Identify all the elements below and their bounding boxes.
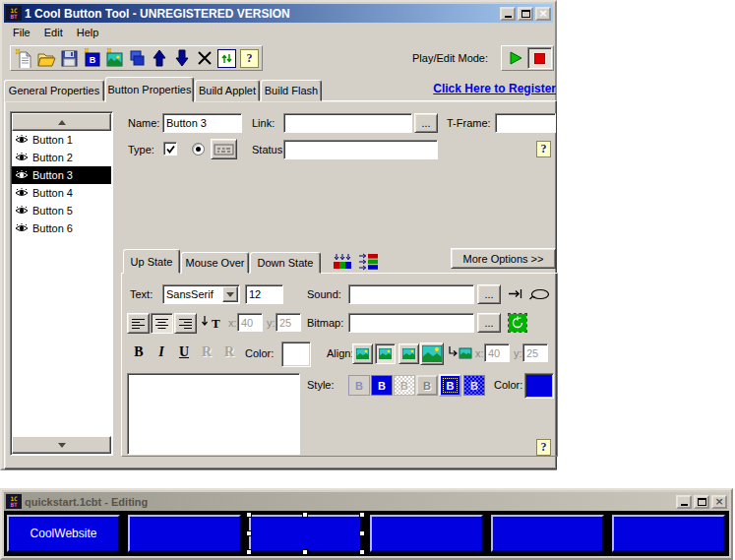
- font-select-arrow-button[interactable]: [222, 286, 238, 302]
- bitmap-stretch-button[interactable]: [420, 342, 444, 365]
- style-solid-button[interactable]: B: [371, 375, 393, 396]
- register-link[interactable]: Click Here to Register: [393, 82, 556, 95]
- play-button[interactable]: [503, 47, 527, 69]
- text-position-button[interactable]: T: [201, 315, 222, 331]
- open-file-button[interactable]: [34, 47, 57, 69]
- tab-down-state[interactable]: Down State: [250, 252, 321, 274]
- move-down-button[interactable]: [170, 47, 193, 69]
- bitmap-input[interactable]: [348, 313, 474, 333]
- text-align-left-button[interactable]: [127, 313, 150, 334]
- selection-handle[interactable]: [302, 549, 308, 555]
- duplicate-button-button[interactable]: [125, 47, 148, 69]
- type-checkbox[interactable]: [163, 142, 177, 156]
- status-input[interactable]: [283, 140, 438, 159]
- font-select[interactable]: SansSerif: [162, 284, 240, 304]
- sound-loop-button[interactable]: [529, 288, 550, 301]
- copy-state-across-button[interactable]: [358, 253, 380, 271]
- bitmap-align-center-button[interactable]: [375, 343, 396, 364]
- style-dither-blue-button[interactable]: B: [463, 375, 485, 396]
- bitmap-rotate-button[interactable]: [509, 314, 526, 332]
- sound-input[interactable]: [348, 284, 474, 304]
- save-button[interactable]: [57, 47, 80, 69]
- relief-b-button[interactable]: R: [219, 343, 239, 361]
- bitmap-browse-button[interactable]: ...: [477, 313, 501, 333]
- bitmap-align-right-button[interactable]: [398, 343, 419, 364]
- minimize-button[interactable]: [500, 7, 516, 21]
- type-radio[interactable]: [192, 143, 205, 156]
- menu-help[interactable]: Help: [70, 25, 106, 40]
- preview-button-3-selected[interactable]: [249, 515, 362, 552]
- tab-general-properties[interactable]: General Properties: [4, 80, 104, 101]
- tframe-input[interactable]: [495, 113, 556, 133]
- style-dither-light-button[interactable]: B: [394, 375, 415, 396]
- add-image-button[interactable]: [102, 47, 125, 69]
- state-help-button[interactable]: ?: [536, 439, 551, 456]
- tab-build-applet[interactable]: Build Applet: [195, 80, 260, 101]
- new-file-button[interactable]: [12, 47, 34, 69]
- selection-handle[interactable]: [359, 530, 365, 536]
- text-align-right-button[interactable]: [174, 313, 197, 334]
- list-item-button4[interactable]: Button 4: [12, 184, 111, 202]
- preview-button-5[interactable]: [491, 515, 604, 552]
- preview-button-4[interactable]: [370, 515, 483, 552]
- editor-titlebar[interactable]: 1C BT quickstart.1cbt - Editing ×: [4, 492, 729, 511]
- preview-button-6[interactable]: [612, 515, 725, 552]
- preview-button-2[interactable]: [128, 515, 241, 552]
- list-scroll-up-button[interactable]: [12, 113, 111, 131]
- link-browse-button[interactable]: ...: [414, 113, 438, 133]
- tab-button-properties[interactable]: Button Properties: [105, 77, 194, 102]
- style-selected-button[interactable]: B: [439, 374, 461, 397]
- tab-build-flash[interactable]: Build Flash: [261, 80, 322, 101]
- text-color-swatch[interactable]: [281, 342, 311, 367]
- add-button-button[interactable]: B: [80, 47, 102, 69]
- type-pushbutton-button[interactable]: [211, 139, 237, 159]
- bitmap-align-left-button[interactable]: [352, 343, 373, 364]
- preview-button-1[interactable]: CoolWebsite: [7, 515, 120, 552]
- underline-button[interactable]: U: [174, 343, 194, 361]
- list-item-button3-selected[interactable]: Button 3: [12, 166, 111, 184]
- tab-up-state[interactable]: Up State: [123, 249, 180, 274]
- selection-handle[interactable]: [359, 512, 365, 518]
- font-size-input[interactable]: [245, 284, 283, 304]
- close-button[interactable]: ×: [711, 495, 727, 509]
- menu-file[interactable]: File: [6, 25, 37, 40]
- more-options-button[interactable]: More Options >>: [451, 248, 556, 269]
- selection-handle[interactable]: [302, 512, 308, 518]
- style-flat-button[interactable]: B: [348, 375, 370, 396]
- bold-button[interactable]: B: [129, 343, 149, 361]
- style-embossed-button[interactable]: B: [416, 375, 438, 396]
- delete-button[interactable]: [193, 47, 215, 69]
- minimize-button[interactable]: [676, 495, 692, 509]
- stop-button[interactable]: [527, 47, 552, 69]
- selection-handle[interactable]: [246, 549, 252, 555]
- move-up-button[interactable]: [148, 47, 170, 69]
- close-button[interactable]: ×: [535, 7, 551, 21]
- button-text-area[interactable]: [127, 373, 300, 455]
- list-item-button2[interactable]: Button 2: [12, 149, 111, 166]
- name-input[interactable]: [162, 113, 242, 133]
- selection-handle[interactable]: [359, 549, 365, 555]
- bitmap-wrap-button[interactable]: [447, 345, 472, 360]
- sound-browse-button[interactable]: ...: [477, 284, 501, 304]
- list-item-button1[interactable]: Button 1: [12, 131, 111, 149]
- relief-a-button[interactable]: R: [197, 343, 216, 361]
- maximize-button[interactable]: [518, 7, 533, 21]
- italic-button[interactable]: I: [152, 343, 171, 361]
- list-item-button6[interactable]: Button 6: [12, 219, 111, 237]
- text-align-center-button[interactable]: [151, 313, 173, 334]
- menu-edit[interactable]: Edit: [37, 25, 70, 40]
- preview-button[interactable]: [215, 47, 238, 69]
- form-help-button[interactable]: ?: [536, 141, 551, 157]
- toolbar-help-button[interactable]: ?: [238, 47, 261, 69]
- list-scroll-down-button[interactable]: [12, 436, 111, 454]
- tab-mouse-over[interactable]: Mouse Over: [181, 252, 249, 274]
- selection-handle[interactable]: [246, 512, 252, 518]
- main-titlebar[interactable]: 1C BT 1 Cool Button Tool - UNREGISTERED …: [4, 4, 553, 23]
- sound-play-once-button[interactable]: [508, 287, 524, 300]
- style-color-swatch[interactable]: [524, 373, 554, 399]
- list-item-button5[interactable]: Button 5: [12, 202, 111, 219]
- link-input[interactable]: [283, 113, 412, 133]
- copy-state-down-button[interactable]: [332, 253, 353, 271]
- selection-handle[interactable]: [246, 530, 252, 536]
- maximize-button[interactable]: [694, 495, 709, 509]
